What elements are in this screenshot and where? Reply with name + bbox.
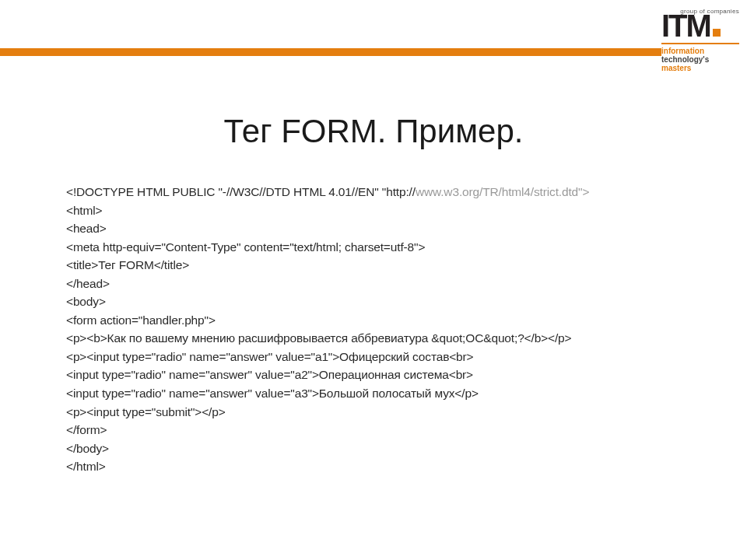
logo-brand: ITM (661, 12, 739, 40)
code-listing: <!DOCTYPE HTML PUBLIC "-//W3C//DTD HTML … (66, 183, 708, 476)
code-line: <html> (66, 201, 708, 220)
code-line: <!DOCTYPE HTML PUBLIC "-//W3C//DTD HTML … (66, 183, 708, 201)
code-line: <title>Тег FORM</title> (66, 256, 708, 275)
code-line: <meta http-equiv="Content-Type" content=… (66, 238, 708, 257)
code-line: <input type="radio" name="answer" value=… (66, 384, 708, 403)
code-line: <p><input type="submit"></p> (66, 403, 708, 422)
code-text: <!DOCTYPE HTML PUBLIC "-//W3C//DTD HTML … (66, 185, 416, 198)
code-text-faded: www.w3.org/TR/html4/strict.dtd"> (416, 185, 589, 198)
code-line: <p><input type="radio" name="answer" val… (66, 348, 708, 366)
code-line: <p><b>Как по вашему мнению расшифровывае… (66, 329, 708, 348)
company-logo: group of companies ITM information techn… (661, 8, 739, 72)
code-line: <body> (66, 292, 708, 311)
logo-divider (661, 43, 739, 44)
header-stripe (0, 48, 661, 56)
code-line: </form> (66, 421, 708, 439)
logo-tag-3: masters (661, 64, 691, 72)
code-line: </head> (66, 275, 708, 293)
logo-tag-2: technology's (661, 55, 709, 64)
code-line: </html> (66, 457, 708, 476)
logo-dot-icon (713, 29, 721, 37)
code-line: </body> (66, 439, 708, 458)
slide-title: Тег FORM. Пример. (0, 113, 747, 150)
code-line: <head> (66, 219, 708, 238)
code-line: <form action="handler.php"> (66, 311, 708, 330)
logo-tag-1: information (661, 47, 704, 55)
code-line: <input type="radio" name="answer" value=… (66, 366, 708, 384)
logo-tagline: information technology's masters (661, 47, 739, 72)
logo-brand-text: ITM (661, 9, 710, 43)
